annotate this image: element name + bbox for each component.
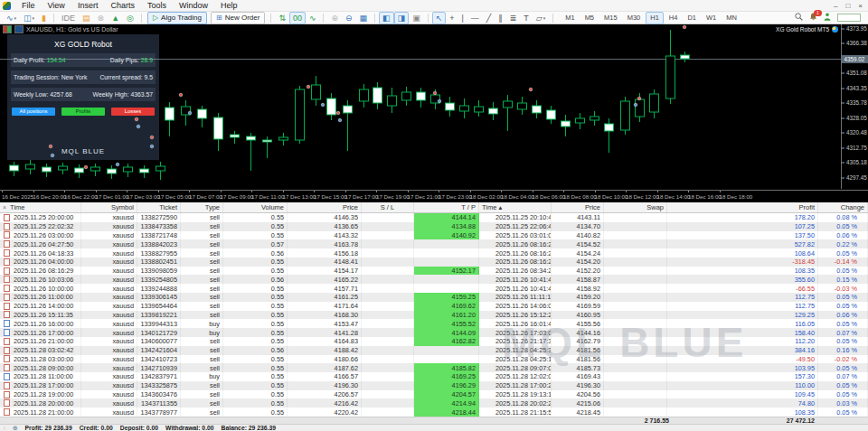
history-row[interactable]: 2025.11.28 20:00:00xauusd1343711355sell0… (0, 398, 868, 408)
cell-time: 2025.11.28 20:00:00 (0, 398, 81, 408)
profits-button[interactable]: Profits (61, 108, 105, 116)
metaeditor-icon[interactable]: IDE (58, 12, 79, 24)
timeframe-w1[interactable]: W1 (702, 12, 721, 24)
col-header-sl[interactable]: S / L (362, 202, 414, 212)
chart-mode-icon[interactable] (14, 25, 24, 33)
text-tool-icon[interactable]: T (520, 12, 533, 24)
horizontal-line-icon[interactable]: ― (467, 12, 483, 24)
history-row[interactable]: 2025.11.28 03:00:00xauusd1342410723sell0… (0, 355, 868, 364)
split-right-icon[interactable]: ◨ (394, 12, 410, 24)
trendline-icon[interactable]: ╱ (483, 12, 495, 24)
cell-change: 0.22 % (818, 239, 868, 248)
community-icon[interactable]: ◎ (123, 12, 137, 24)
history-row[interactable]: 2025.11.26 21:00:00xauusd1340600077sell0… (0, 337, 868, 346)
new-order-button[interactable]: ⊞New Order (211, 12, 265, 24)
close-button[interactable]: × (858, 2, 863, 10)
xg-gold-robot-panel: XG GOLD Robot Daily Profit: 154.54 Daily… (7, 34, 159, 160)
chart-grid-icon[interactable] (3, 25, 12, 33)
fibonacci-icon[interactable]: ≣ (506, 12, 521, 24)
split-left-icon[interactable]: ◧ (379, 12, 394, 24)
history-row[interactable]: 2025.11.28 11:00:00xauusd1342837971buy0.… (0, 372, 868, 381)
menu-window[interactable]: Window (173, 1, 214, 10)
history-row[interactable]: 2025.11.28 17:00:00xauusd1343325875sell0… (0, 381, 868, 390)
channel-icon[interactable]: ∥ (495, 12, 506, 24)
timeframe-m5[interactable]: M5 (580, 12, 599, 24)
cell-close_price: 4185.73 (552, 363, 604, 372)
tick-chart-icon[interactable]: ⇅ (275, 12, 289, 24)
col-header-close_price[interactable]: Price (552, 202, 604, 212)
col-header-change[interactable]: Change (818, 202, 868, 212)
market-watch-icon[interactable]: ∿ (306, 12, 320, 24)
timeframe-h4[interactable]: H4 (665, 12, 683, 24)
cursor-icon[interactable]: ↖ (432, 12, 447, 24)
shapes-icon[interactable]: ▱▾ (533, 12, 549, 24)
history-row[interactable]: 2025.11.28 09:00:00xauusd1342710939sell0… (0, 363, 868, 372)
timeframe-m15[interactable]: M15 (599, 12, 622, 24)
strategy-tester-icon[interactable]: ▲ (108, 12, 123, 24)
timeframe-d1[interactable]: D1 (683, 12, 701, 24)
history-row[interactable]: 2025.11.26 10:03:06xauusd1339254805sell0… (0, 275, 868, 284)
menu-tools[interactable]: Tools (141, 1, 173, 10)
market-icon[interactable]: ▤ (79, 12, 94, 24)
col-header-type[interactable]: Type (181, 202, 223, 212)
notifications-bell-icon[interactable]: 1 (809, 13, 817, 23)
menu-view[interactable]: View (42, 1, 71, 10)
close-toolbox-icon[interactable]: × (3, 204, 6, 211)
candlestick-style-icon[interactable]: ◫▾ (20, 12, 38, 24)
cell-price: 4156.18 (288, 248, 362, 258)
history-row[interactable]: 2025.11.28 19:00:00xauusd1343603476sell0… (0, 390, 868, 399)
menu-help[interactable]: Help (214, 1, 244, 10)
chart-line-style-icon[interactable]: ∿▾ (3, 12, 20, 24)
search-icon[interactable] (795, 13, 803, 23)
col-header-close_time[interactable]: Time ▴ (479, 202, 552, 212)
history-row[interactable]: 2025.11.25 20:00:00xauusd1338272590sell0… (0, 213, 868, 222)
col-header-price[interactable]: Price (288, 202, 362, 212)
all-positions-button[interactable]: All positions (12, 108, 55, 116)
tile-windows-icon[interactable]: ▦ (356, 12, 372, 24)
history-row[interactable]: 2025.11.28 21:00:00xauusd1343778977sell0… (0, 408, 868, 417)
history-row[interactable]: 2025.11.26 08:16:29xauusd1339098059sell0… (0, 267, 868, 276)
col-header-symbol[interactable]: Symbol (81, 202, 137, 212)
mute-icon[interactable]: ⊗ (94, 12, 108, 24)
menu-charts[interactable]: Charts (104, 1, 141, 10)
bar-chart-style-icon[interactable]: ▮ (38, 12, 50, 24)
history-row[interactable]: 2025.11.26 03:00:00xauusd1338721748sell0… (0, 231, 868, 240)
history-row[interactable]: 2025.11.26 16:00:00xauusd1339944313buy0.… (0, 319, 868, 328)
timeframe-h1[interactable]: H1 (646, 12, 664, 24)
col-header-tp[interactable]: T / P (414, 202, 479, 212)
col-header-ticket[interactable]: Ticket (137, 202, 181, 212)
timeframe-mn[interactable]: MN (722, 12, 741, 24)
chart-window[interactable]: XAUUSD, H1: Gold vs US Dollar XG Gold Ro… (0, 24, 868, 190)
timeframe-m1[interactable]: M1 (561, 12, 579, 24)
col-header-time[interactable]: ×Time (0, 202, 81, 212)
algo-trading-button[interactable]: ▷Algo Trading (147, 12, 207, 24)
history-row[interactable]: 2025.11.26 14:00:00xauusd1339654464sell0… (0, 302, 868, 311)
crosshair-icon[interactable]: + (446, 12, 458, 24)
history-row[interactable]: 2025.11.26 11:00:00xauusd1339306145sell0… (0, 293, 868, 302)
history-row[interactable]: 2025.11.26 04:27:50xauusd1338842023sell0… (0, 239, 868, 248)
history-row[interactable]: 2025.11.25 22:02:32xauusd1338473358sell0… (0, 222, 868, 231)
zoom-out-icon[interactable]: ⊖ (342, 12, 356, 24)
zoom-in-icon[interactable]: ⊕ (327, 12, 342, 24)
history-row[interactable]: 2025.11.26 17:00:00xauusd1340121729buy0.… (0, 328, 868, 337)
depth-of-market-icon[interactable]: 00 (289, 12, 306, 24)
community-user-icon[interactable] (824, 13, 831, 23)
history-row[interactable]: 2025.11.26 04:00:00xauusd1338802451sell0… (0, 258, 868, 267)
losses-button[interactable]: Losses (111, 108, 155, 116)
maximize-button[interactable]: □ (845, 2, 850, 10)
screenshot-icon[interactable]: ▣ (409, 12, 424, 24)
history-row[interactable]: 2025.11.28 03:02:42xauusd1342421604sell0… (0, 346, 868, 355)
history-row[interactable]: 2025.11.26 04:18:33xauusd1338827955sell0… (0, 248, 868, 258)
minimize-button[interactable]: – (834, 2, 837, 10)
cell-sl (362, 390, 414, 399)
history-row[interactable]: 2025.11.26 15:11:35xauusd1339819221sell0… (0, 311, 868, 320)
menu-insert[interactable]: Insert (71, 1, 105, 10)
history-row[interactable]: 2025.11.26 10:00:00xauusd1339244888sell0… (0, 284, 868, 293)
time-axis[interactable]: 16 Dec 202516 Dec 20:0016 Dec 22:0017 De… (0, 190, 868, 202)
col-header-swap[interactable]: Swap (604, 202, 667, 212)
col-header-volume[interactable]: Volume (223, 202, 288, 212)
timeframe-m30[interactable]: M30 (623, 12, 646, 24)
menu-file[interactable]: File (15, 1, 42, 10)
col-header-profit[interactable]: Profit (667, 202, 818, 212)
vertical-line-icon[interactable]: | (458, 12, 467, 24)
